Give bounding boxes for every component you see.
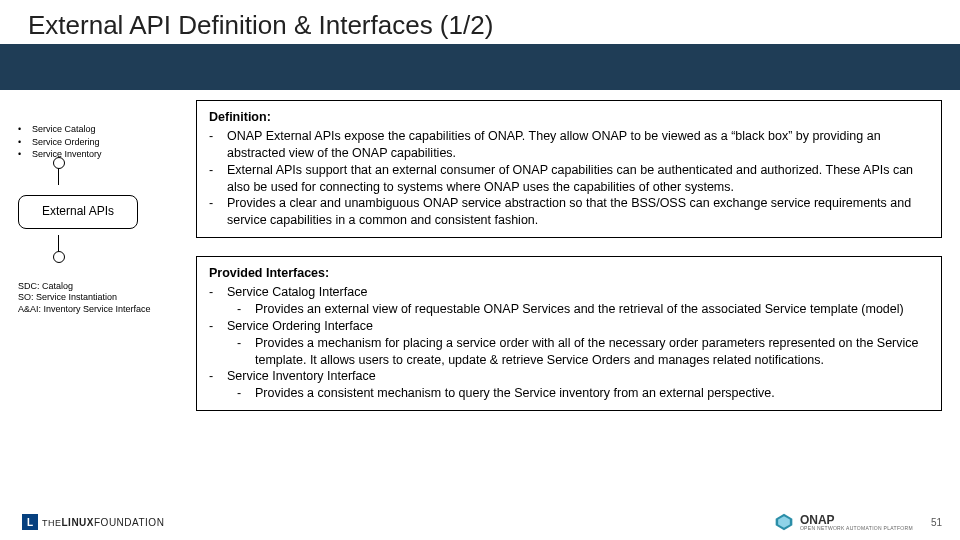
interface-connector-bottom [58, 235, 59, 253]
interface-connector-top [58, 167, 59, 185]
interface-name: Service Ordering Interface [227, 318, 929, 335]
title-area: External API Definition & Interfaces (1/… [0, 0, 960, 44]
provided-heading: Provided Interfaces: [209, 265, 929, 282]
content-area: •Service Catalog •Service Ordering •Serv… [0, 100, 960, 429]
linux-foundation-logo: L THELINUXFOUNDATION [22, 514, 164, 530]
definition-panel: Definition: -ONAP External APIs expose t… [196, 100, 942, 238]
provided-panel: Provided Interfaces: -Service Catalog In… [196, 256, 942, 411]
lower-item: A&AI: Inventory Service Interface [18, 304, 188, 316]
title-band [0, 44, 960, 90]
lower-item: SO: Service Instantiation [18, 292, 188, 304]
definition-heading: Definition: [209, 109, 929, 126]
left-column: •Service Catalog •Service Ordering •Serv… [18, 100, 188, 429]
interface-name: Service Catalog Interface [227, 284, 929, 301]
onap-logo-area: ONAP OPEN NETWORK AUTOMATION PLATFORM 51 [774, 512, 942, 532]
slide-title: External API Definition & Interfaces (1/… [28, 10, 960, 41]
lower-item: SDC: Catalog [18, 281, 188, 293]
lf-the: THE [42, 518, 62, 528]
module-box: External APIs [18, 195, 138, 229]
interface-desc: Provides an external view of requestable… [255, 301, 929, 318]
right-column: Definition: -ONAP External APIs expose t… [196, 100, 942, 429]
lf-linux: LINUX [62, 517, 95, 528]
definition-item: ONAP External APIs expose the capabiliti… [227, 128, 929, 162]
onap-name: ONAP [800, 514, 913, 526]
bullet-text: Service Ordering [32, 137, 100, 149]
onap-icon [774, 512, 794, 532]
onap-sub: OPEN NETWORK AUTOMATION PLATFORM [800, 526, 913, 531]
definition-item: External APIs support that an external c… [227, 162, 929, 196]
interface-desc: Provides a consistent mechanism to query… [255, 385, 929, 402]
interface-name: Service Inventory Interface [227, 368, 929, 385]
service-bullet-list: •Service Catalog •Service Ordering •Serv… [18, 124, 188, 161]
bullet-text: Service Inventory [32, 149, 102, 161]
lf-foundation: FOUNDATION [94, 517, 164, 528]
lf-square-icon: L [22, 514, 38, 530]
lower-interface-list: SDC: Catalog SO: Service Instantiation A… [18, 281, 188, 316]
page-number: 51 [931, 517, 942, 528]
definition-item: Provides a clear and unambiguous ONAP se… [227, 195, 929, 229]
interface-desc: Provides a mechanism for placing a servi… [255, 335, 929, 369]
bullet-text: Service Catalog [32, 124, 96, 136]
footer: L THELINUXFOUNDATION ONAP OPEN NETWORK A… [22, 512, 942, 532]
